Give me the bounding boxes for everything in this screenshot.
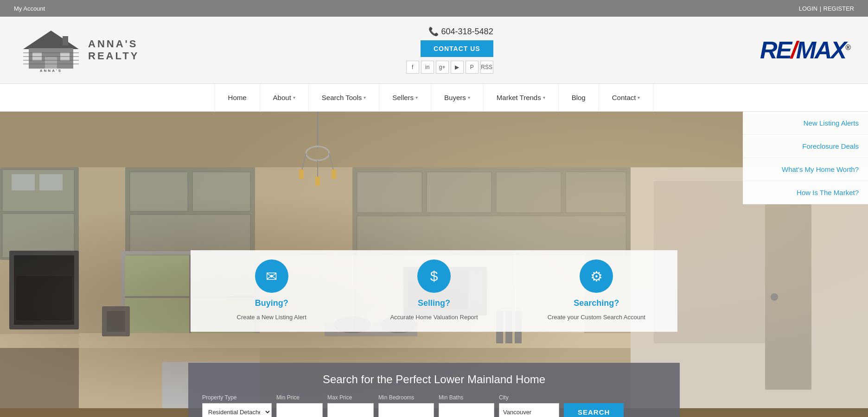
nav-blog[interactable]: Blog: [559, 84, 599, 112]
nav-home-label: Home: [228, 94, 247, 101]
header-right: 📞 604-318-5482 CONTACT US f in g+ ▶ P RS…: [406, 26, 493, 74]
contact-us-button[interactable]: CONTACT US: [421, 40, 493, 57]
searching-icon: ⚙: [580, 259, 613, 293]
min-bedrooms-input[interactable]: [378, 403, 434, 417]
searching-title: Searching?: [574, 298, 619, 308]
nav-search-tools[interactable]: Search Tools ▾: [309, 84, 379, 112]
foreclosure-deals-link[interactable]: Foreclosure Deals: [743, 135, 868, 158]
logo-realty: REALTY: [88, 50, 139, 62]
phone-line: 📞 604-318-5482: [428, 26, 493, 37]
header: ANNA'S ANNA'S REALTY 📞 604-318-5482 CONT…: [0, 17, 868, 84]
svg-marker-0: [23, 31, 79, 49]
svg-rect-4: [45, 57, 57, 69]
property-type-label: Property Type: [202, 394, 272, 401]
buying-title: Buying?: [255, 298, 288, 308]
selling-title: Selling?: [418, 298, 450, 308]
searching-feature[interactable]: ⚙ Searching? Create your Custom Search A…: [516, 250, 677, 332]
whats-my-home-worth-link[interactable]: What's My Home Worth?: [743, 158, 868, 181]
new-listing-alerts-link[interactable]: New Listing Alerts: [743, 112, 868, 135]
nav-buyers-label: Buyers: [444, 94, 466, 101]
property-type-group: Property Type Residential Detached: [202, 394, 272, 417]
property-type-select[interactable]: Residential Detached: [202, 403, 272, 417]
search-title: Search for the Perfect Lower Mainland Ho…: [202, 373, 666, 386]
separator: |: [820, 5, 821, 12]
searching-desc: Create your Custom Search Account: [548, 314, 645, 321]
max-price-label: Max Price: [327, 394, 374, 401]
phone-number: 604-318-5482: [441, 27, 493, 37]
facebook-icon[interactable]: f: [406, 61, 419, 74]
logo-area: ANNA'S ANNA'S REALTY: [19, 27, 139, 73]
search-button[interactable]: SEARCH: [564, 403, 624, 417]
social-icons: f in g+ ▶ P RSS: [406, 61, 493, 74]
buyers-chevron-icon: ▾: [468, 95, 470, 100]
svg-rect-5: [63, 36, 68, 45]
sellers-chevron-icon: ▾: [415, 95, 418, 100]
buying-feature[interactable]: ✉ Buying? Create a New Listing Alert: [191, 250, 353, 332]
min-price-input[interactable]: [276, 403, 323, 417]
logo-text: ANNA'S REALTY: [88, 38, 139, 62]
logo-name: ANNA'S: [88, 38, 139, 50]
hero-section: New Listing Alerts Foreclosure Deals Wha…: [0, 112, 868, 417]
min-bedrooms-label: Min Bedrooms: [378, 394, 434, 401]
nav-about[interactable]: About ▾: [260, 84, 309, 112]
min-price-group: Min Price: [276, 394, 323, 417]
pinterest-icon[interactable]: P: [466, 61, 479, 74]
linkedin-icon[interactable]: in: [421, 61, 434, 74]
top-bar: My Account LOGIN | REGISTER: [0, 0, 868, 17]
phone-icon: 📞: [428, 26, 439, 37]
min-baths-input[interactable]: [439, 403, 494, 417]
nav-sellers-label: Sellers: [392, 94, 414, 101]
youtube-icon[interactable]: ▶: [451, 61, 464, 74]
nav-buyers[interactable]: Buyers ▾: [431, 84, 484, 112]
selling-feature[interactable]: $ Selling? Accurate Home Valuation Repor…: [353, 250, 515, 332]
search-tools-chevron-icon: ▾: [364, 95, 366, 100]
how-is-the-market-link[interactable]: How Is The Market?: [743, 181, 868, 204]
remax-logo: RE/MAX®: [760, 36, 849, 64]
city-label: City: [499, 394, 559, 401]
googleplus-icon[interactable]: g+: [436, 61, 449, 74]
top-bar-right: LOGIN | REGISTER: [799, 4, 854, 13]
city-group: City: [499, 394, 559, 417]
nav-contact[interactable]: Contact ▾: [599, 84, 654, 112]
my-account-link[interactable]: My Account: [14, 5, 45, 12]
selling-icon: $: [417, 259, 451, 293]
search-fields: Property Type Residential Detached Min P…: [202, 394, 666, 417]
svg-text:ANNA'S: ANNA'S: [40, 69, 62, 73]
logo-icon: ANNA'S: [19, 27, 83, 73]
nav-sellers[interactable]: Sellers ▾: [379, 84, 431, 112]
city-input[interactable]: [499, 403, 559, 417]
min-bedrooms-group: Min Bedrooms: [378, 394, 434, 417]
nav-blog-label: Blog: [572, 94, 586, 101]
login-link[interactable]: LOGIN: [799, 5, 817, 12]
selling-desc: Accurate Home Valuation Report: [390, 314, 478, 321]
market-trends-chevron-icon: ▾: [543, 95, 545, 100]
nav-market-trends[interactable]: Market Trends ▾: [484, 84, 559, 112]
max-price-input[interactable]: [327, 403, 374, 417]
nav-search-tools-label: Search Tools: [322, 94, 362, 101]
max-price-group: Max Price: [327, 394, 374, 417]
nav-home[interactable]: Home: [215, 84, 260, 112]
min-baths-label: Min Baths: [439, 394, 494, 401]
buying-desc: Create a New Listing Alert: [237, 314, 306, 321]
buying-icon: ✉: [255, 259, 288, 293]
right-sidebar: New Listing Alerts Foreclosure Deals Wha…: [743, 112, 868, 204]
rss-icon[interactable]: RSS: [480, 61, 493, 74]
min-baths-group: Min Baths: [439, 394, 494, 417]
main-nav: Home About ▾ Search Tools ▾ Sellers ▾ Bu…: [0, 84, 868, 112]
nav-market-trends-label: Market Trends: [497, 94, 541, 101]
search-panel: Search for the Perfect Lower Mainland Ho…: [188, 363, 680, 417]
register-link[interactable]: REGISTER: [823, 5, 854, 12]
nav-about-label: About: [273, 94, 291, 101]
nav-contact-label: Contact: [612, 94, 636, 101]
contact-chevron-icon: ▾: [638, 95, 640, 100]
feature-row: ✉ Buying? Create a New Listing Alert $ S…: [191, 250, 677, 332]
about-chevron-icon: ▾: [293, 95, 295, 100]
min-price-label: Min Price: [276, 394, 323, 401]
